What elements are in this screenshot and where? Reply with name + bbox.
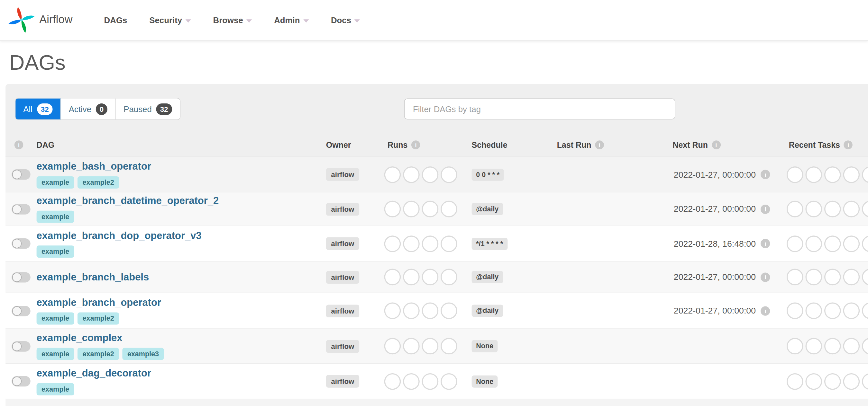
recent-task-circle[interactable] xyxy=(843,201,860,217)
run-status-circle[interactable] xyxy=(403,201,420,217)
dag-pause-toggle[interactable] xyxy=(11,169,31,180)
dag-tag[interactable]: example3 xyxy=(122,348,164,360)
dag-link[interactable]: example_bash_operator xyxy=(37,161,151,172)
run-status-circle[interactable] xyxy=(384,373,401,389)
run-status-circle[interactable] xyxy=(422,373,439,389)
dag-pause-toggle[interactable] xyxy=(11,305,31,316)
recent-task-circle[interactable] xyxy=(824,269,841,285)
run-status-circle[interactable] xyxy=(384,235,401,252)
nav-item-admin[interactable]: Admin xyxy=(263,15,320,25)
table-row: example_branch_operatorexampleexample2ai… xyxy=(5,293,868,329)
dag-link[interactable]: example_branch_datetime_operator_2 xyxy=(37,195,219,207)
recent-task-circle[interactable] xyxy=(824,373,841,389)
run-status-circle[interactable] xyxy=(422,338,439,354)
run-status-circle[interactable] xyxy=(422,166,439,183)
nav-item-dags[interactable]: DAGs xyxy=(93,15,138,25)
recent-task-circle[interactable] xyxy=(805,235,822,252)
dag-tag[interactable]: example xyxy=(37,383,74,395)
recent-task-circle[interactable] xyxy=(787,166,803,183)
dag-tag[interactable]: example xyxy=(37,176,74,188)
recent-task-circle[interactable] xyxy=(805,303,822,319)
run-status-circle[interactable] xyxy=(403,235,420,252)
dag-link[interactable]: example_branch_dop_operator_v3 xyxy=(37,230,202,241)
run-status-circle[interactable] xyxy=(384,201,401,217)
dag-tag[interactable]: example xyxy=(37,245,74,257)
tag-filter-input[interactable] xyxy=(404,98,675,119)
recent-task-circle[interactable] xyxy=(787,235,803,252)
dag-pause-toggle[interactable] xyxy=(11,204,31,214)
recent-task-circle[interactable] xyxy=(862,303,868,319)
recent-task-circle[interactable] xyxy=(824,235,841,252)
header-dag: DAG xyxy=(37,133,54,157)
run-status-circle[interactable] xyxy=(403,166,420,183)
run-status-circle[interactable] xyxy=(403,338,420,354)
run-status-circle[interactable] xyxy=(441,338,457,354)
brand-link[interactable]: Airflow xyxy=(8,4,72,35)
recent-task-circle[interactable] xyxy=(862,166,868,183)
run-status-circle[interactable] xyxy=(441,269,457,285)
run-status-circle[interactable] xyxy=(403,303,420,319)
recent-task-circle[interactable] xyxy=(824,338,841,354)
dag-pause-toggle[interactable] xyxy=(11,341,31,351)
dag-link[interactable]: example_dag_decorator xyxy=(37,368,151,379)
recent-task-circle[interactable] xyxy=(805,201,822,217)
recent-task-circle[interactable] xyxy=(805,373,822,389)
nav-item-security[interactable]: Security xyxy=(138,15,202,25)
recent-task-circle[interactable] xyxy=(862,269,868,285)
recent-task-circle[interactable] xyxy=(843,269,860,285)
recent-task-circle[interactable] xyxy=(862,201,868,217)
dag-link[interactable]: example_branch_operator xyxy=(37,297,161,308)
recent-task-circle[interactable] xyxy=(805,166,822,183)
dag-tag[interactable]: example xyxy=(37,348,74,360)
nav-item-docs[interactable]: Docs xyxy=(320,15,371,25)
dag-pause-toggle[interactable] xyxy=(11,376,31,386)
dag-tag[interactable]: example xyxy=(37,312,74,325)
recent-task-circle[interactable] xyxy=(824,201,841,217)
run-status-circle[interactable] xyxy=(422,303,439,319)
run-status-circle[interactable] xyxy=(441,166,457,183)
run-status-circle[interactable] xyxy=(384,303,401,319)
run-status-circle[interactable] xyxy=(422,235,439,252)
recent-task-circle[interactable] xyxy=(824,166,841,183)
run-status-circle[interactable] xyxy=(403,373,420,389)
dag-tag[interactable]: example xyxy=(37,211,74,223)
dag-pause-toggle[interactable] xyxy=(11,272,31,282)
recent-task-circle[interactable] xyxy=(787,201,803,217)
recent-task-circle[interactable] xyxy=(787,303,803,319)
run-status-circle[interactable] xyxy=(384,338,401,354)
dag-tag[interactable]: example2 xyxy=(78,176,119,188)
dag-tag[interactable]: example2 xyxy=(78,348,119,360)
dag-cell: example_branch_labels xyxy=(37,262,149,292)
recent-task-circle[interactable] xyxy=(862,373,868,389)
nav-item-browse[interactable]: Browse xyxy=(202,15,263,25)
dag-link[interactable]: example_complex xyxy=(37,333,123,344)
recent-task-circle[interactable] xyxy=(862,338,868,354)
recent-task-circle[interactable] xyxy=(787,373,803,389)
dag-pause-toggle[interactable] xyxy=(11,238,31,249)
recent-task-circle[interactable] xyxy=(824,303,841,319)
recent-task-circle[interactable] xyxy=(843,338,860,354)
recent-task-circle[interactable] xyxy=(843,303,860,319)
run-status-circle[interactable] xyxy=(384,269,401,285)
run-status-circle[interactable] xyxy=(441,303,457,319)
run-status-circle[interactable] xyxy=(422,269,439,285)
run-status-circle[interactable] xyxy=(441,235,457,252)
run-status-circle[interactable] xyxy=(441,373,457,389)
recent-task-circle[interactable] xyxy=(787,269,803,285)
tab-paused[interactable]: Paused32 xyxy=(116,98,180,119)
recent-task-circle[interactable] xyxy=(843,166,860,183)
run-status-circle[interactable] xyxy=(441,201,457,217)
dag-link[interactable]: example_branch_labels xyxy=(37,271,149,283)
tab-active[interactable]: Active0 xyxy=(61,98,116,119)
recent-task-circle[interactable] xyxy=(787,338,803,354)
recent-task-circle[interactable] xyxy=(805,269,822,285)
run-status-circle[interactable] xyxy=(384,166,401,183)
recent-task-circle[interactable] xyxy=(862,235,868,252)
recent-task-circle[interactable] xyxy=(805,338,822,354)
dag-tag[interactable]: example2 xyxy=(78,312,119,325)
run-status-circle[interactable] xyxy=(422,201,439,217)
recent-task-circle[interactable] xyxy=(843,235,860,252)
recent-task-circle[interactable] xyxy=(843,373,860,389)
run-status-circle[interactable] xyxy=(403,269,420,285)
tab-all[interactable]: All32 xyxy=(16,98,61,119)
